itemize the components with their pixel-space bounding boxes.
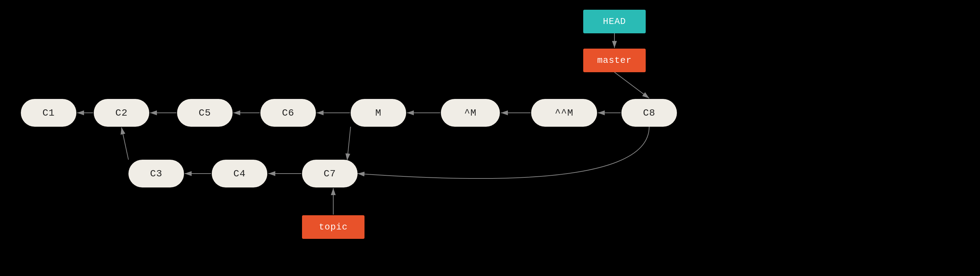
node-c3: C3 xyxy=(129,160,184,187)
node-c2: C2 xyxy=(94,99,149,127)
diagram: C1 C2 C5 C6 M ^M ^^M C8 C3 C4 C7 HEAD ma… xyxy=(0,0,980,276)
node-c8: C8 xyxy=(621,99,677,127)
svg-line-11 xyxy=(121,128,129,160)
node-c4: C4 xyxy=(212,160,267,187)
svg-line-13 xyxy=(614,72,649,98)
node-c5: C5 xyxy=(177,99,232,127)
arrows-svg xyxy=(0,0,980,276)
node-m: M xyxy=(351,99,406,127)
node-hhatm: ^^M xyxy=(531,99,597,127)
node-c7: C7 xyxy=(302,160,358,187)
label-master: master xyxy=(583,49,646,72)
node-c1: C1 xyxy=(21,99,76,127)
label-topic: topic xyxy=(302,215,364,239)
label-head: HEAD xyxy=(583,10,646,34)
node-c6: C6 xyxy=(260,99,316,127)
svg-line-8 xyxy=(347,127,351,160)
node-hatm: ^M xyxy=(441,99,500,127)
